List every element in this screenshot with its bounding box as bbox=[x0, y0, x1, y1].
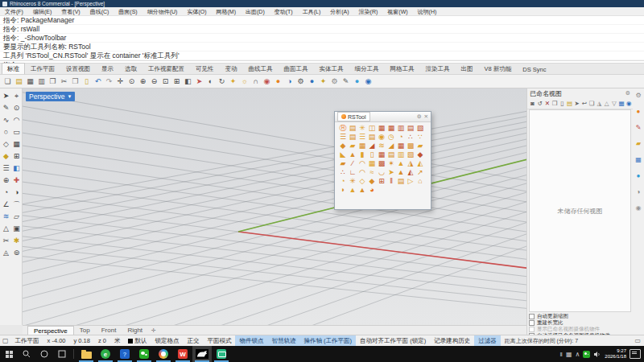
layer-pane[interactable]: 默认 bbox=[124, 335, 151, 346]
status-pane[interactable]: 过滤器 bbox=[474, 335, 501, 346]
toolbar-button-icon[interactable]: ▯ bbox=[81, 76, 92, 87]
panel-tab-icon[interactable]: ✎ bbox=[636, 124, 642, 131]
tool-palette-icon[interactable]: ◑ bbox=[11, 187, 22, 199]
task-view-button[interactable] bbox=[53, 346, 71, 362]
toolbar-button-icon[interactable]: ↶ bbox=[93, 76, 103, 87]
rstool-tool-icon[interactable]: ▦ bbox=[367, 159, 377, 168]
rstool-tool-icon[interactable]: ◣ bbox=[338, 150, 348, 159]
rstool-tool-icon[interactable]: ≋ bbox=[377, 142, 386, 150]
toolbar-tab[interactable]: 工作平面 bbox=[25, 63, 60, 74]
tool-palette-icon[interactable]: ➤ bbox=[1, 90, 11, 102]
taskbar-baidu-app[interactable]: ? bbox=[115, 346, 134, 362]
toolbar-button-icon[interactable]: ↻ bbox=[217, 76, 227, 87]
units-pane[interactable]: 米 bbox=[110, 335, 125, 346]
status-pane[interactable]: 智慧轨迹 bbox=[267, 335, 299, 346]
viewport-tab[interactable]: Perspective bbox=[27, 326, 74, 335]
rstool-tool-icon[interactable]: ◔ bbox=[338, 177, 348, 186]
taskbar-todesk[interactable] bbox=[212, 346, 231, 362]
volume-icon[interactable] bbox=[593, 351, 601, 358]
checkbox[interactable] bbox=[529, 320, 535, 326]
toolbar-tab[interactable]: 实体工具 bbox=[314, 63, 349, 74]
named-views-tool-icon[interactable]: ▯ bbox=[559, 99, 566, 108]
named-views-tool-icon[interactable]: ✕ bbox=[543, 99, 551, 108]
rstool-tool-icon[interactable]: ◢ bbox=[386, 142, 396, 150]
named-views-list[interactable]: 未储存任何视图 bbox=[529, 109, 631, 312]
rstool-tool-icon[interactable]: ▥ bbox=[396, 124, 406, 133]
rstool-tool-icon[interactable]: ▯ bbox=[367, 150, 377, 159]
tool-palette-icon[interactable]: ◬ bbox=[1, 247, 11, 259]
rstool-tool-icon[interactable]: ◉ bbox=[377, 133, 386, 142]
tool-palette-icon[interactable]: ⊕ bbox=[1, 175, 11, 187]
status-pane[interactable]: 平面模式 bbox=[203, 335, 235, 346]
taskbar-qq-browser[interactable] bbox=[154, 346, 173, 362]
rstool-tool-icon[interactable]: ◮ bbox=[406, 159, 415, 168]
rstool-tool-icon[interactable]: ◠ bbox=[357, 168, 367, 177]
panel-tab-icon[interactable]: ▦ bbox=[635, 156, 642, 163]
toolbar-button-icon[interactable]: ❐ bbox=[70, 76, 80, 87]
toolbar-tab[interactable]: 变动 bbox=[220, 63, 243, 74]
menu-item[interactable]: 网格(M) bbox=[212, 7, 242, 16]
toolbar-button-icon[interactable]: ◐ bbox=[205, 76, 216, 87]
toolbar-button-icon[interactable]: ● bbox=[307, 76, 317, 87]
rstool-tool-icon[interactable]: ▩ bbox=[377, 159, 386, 168]
named-views-tool-icon[interactable]: ◙ bbox=[529, 99, 536, 108]
tool-palette-icon[interactable]: ▣ bbox=[11, 223, 22, 235]
status-pane[interactable]: 操作轴 (工作平面) bbox=[299, 335, 356, 346]
tool-palette-icon[interactable]: △ bbox=[1, 223, 11, 235]
toolbar-button-icon[interactable]: ✦ bbox=[318, 76, 328, 87]
toolbar-tab[interactable]: 曲面工具 bbox=[279, 63, 314, 74]
toolbar-button-icon[interactable]: ⚙ bbox=[295, 76, 306, 87]
rstool-tool-icon[interactable]: ◫ bbox=[367, 124, 377, 133]
rstool-tool-icon[interactable]: ∟ bbox=[348, 168, 357, 177]
rstool-tool-icon[interactable]: ▤ bbox=[367, 133, 377, 142]
viewport-perspective[interactable]: Perspective ▼ bbox=[23, 88, 526, 325]
rstool-tool-icon[interactable]: ◆ bbox=[367, 177, 377, 186]
rstool-close-button[interactable]: ✕ bbox=[424, 113, 428, 121]
rstool-tool-icon[interactable]: ◭ bbox=[406, 168, 415, 177]
rstool-tool-icon[interactable]: ∵ bbox=[415, 133, 425, 142]
toolbar-button-icon[interactable]: ☼ bbox=[239, 76, 250, 87]
toolbar-button-icon[interactable]: ⊙ bbox=[126, 76, 137, 87]
rstool-tool-icon[interactable]: ▥ bbox=[396, 150, 406, 159]
tool-palette-icon[interactable]: ⊚ bbox=[11, 247, 22, 259]
rstool-tool-icon[interactable]: ▦ bbox=[386, 124, 396, 133]
status-pane[interactable]: 物件锁点 bbox=[235, 335, 267, 346]
named-views-tool-icon[interactable]: △ bbox=[603, 99, 610, 108]
rstool-tool-icon[interactable]: ◭ bbox=[415, 159, 425, 168]
named-views-tool-icon[interactable]: ◮ bbox=[596, 99, 603, 108]
toolbar-tab[interactable]: 选取 bbox=[119, 63, 142, 74]
cplane-pane[interactable]: 工作平面 bbox=[11, 335, 43, 346]
rstool-tab[interactable]: RSTool bbox=[337, 112, 370, 121]
rstool-tool-icon[interactable]: ∕ bbox=[348, 159, 357, 168]
toolbar-tab[interactable]: 曲线工具 bbox=[243, 63, 279, 74]
toolbar-button-icon[interactable]: ✎ bbox=[341, 76, 351, 87]
status-pane[interactable]: 记录建构历史 bbox=[430, 335, 474, 346]
checkbox[interactable] bbox=[529, 314, 535, 319]
rstool-tool-icon[interactable]: ▧ bbox=[415, 124, 425, 133]
toolbar-tab[interactable]: 可见性 bbox=[190, 63, 220, 74]
named-views-tool-icon[interactable]: ➤ bbox=[573, 99, 580, 108]
named-views-tool-icon[interactable]: ◉ bbox=[625, 99, 633, 108]
named-views-tool-icon[interactable]: ↺ bbox=[536, 99, 543, 108]
search-button[interactable] bbox=[18, 346, 35, 362]
tool-palette-icon[interactable]: ✱ bbox=[11, 235, 22, 247]
checkbox[interactable] bbox=[529, 327, 535, 332]
rstool-tool-icon[interactable]: ▦ bbox=[396, 142, 406, 150]
menu-item[interactable]: 文件(F) bbox=[0, 7, 28, 16]
toolbar-button-icon[interactable]: ▤ bbox=[14, 76, 24, 87]
toolbar-button-icon[interactable]: ◉ bbox=[262, 76, 272, 87]
rstool-tool-icon[interactable]: ◠ bbox=[357, 159, 367, 168]
rstool-tool-icon[interactable]: ▤ bbox=[396, 177, 406, 186]
viewport-title-dropdown[interactable]: Perspective ▼ bbox=[26, 92, 75, 101]
panel-tab-icon[interactable]: ◑ bbox=[637, 188, 641, 195]
rstool-tool-icon[interactable]: ⊞ bbox=[377, 177, 386, 186]
tool-palette-icon[interactable]: ∠ bbox=[1, 199, 11, 211]
toolbar-tab[interactable]: 网格工具 bbox=[385, 63, 420, 74]
rstool-tool-icon[interactable]: ▲ bbox=[348, 150, 357, 159]
toolbar-button-icon[interactable]: ∩ bbox=[250, 76, 261, 87]
toolbar-button-icon[interactable]: ✛ bbox=[115, 76, 126, 87]
taskbar-wechat[interactable] bbox=[134, 346, 154, 362]
rstool-tool-icon[interactable]: ☰ bbox=[338, 133, 348, 142]
panel-tab-icon[interactable]: ● bbox=[637, 172, 641, 179]
rstool-tool-icon[interactable]: ◢ bbox=[367, 142, 377, 150]
